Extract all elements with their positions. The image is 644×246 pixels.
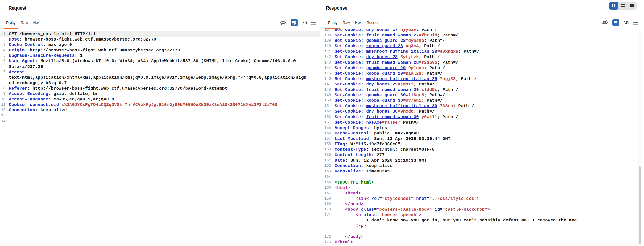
code-row: 158ETag: W/"115-19d7fc360e0"	[322, 141, 641, 147]
code-row	[322, 228, 641, 234]
response-tab-render[interactable]: Render	[364, 16, 381, 29]
code-text: ETag: W/"115-19d7fc360e0"	[332, 141, 400, 147]
response-editor[interactable]: 137Set-Cookie: dry_bones_27=hjydav; Path…	[322, 29, 641, 243]
line-number: 154	[322, 120, 332, 125]
code-text: Cache-Control: max-age=0	[7, 42, 72, 47]
code-row: 157Last-Modified: Sun, 12 Apr 2026 03:36…	[322, 136, 641, 141]
line-number: 142	[322, 54, 332, 60]
line-number	[322, 228, 332, 234]
code-text: Connection: keep-alive	[332, 163, 392, 169]
code-row: 169 </head>	[322, 201, 641, 207]
code-row: 172 </body>	[322, 234, 641, 240]
response-menu-button[interactable]	[633, 21, 638, 25]
line-number: 145	[322, 71, 332, 76]
code-text: Cache-Control: public, max-age=0	[332, 131, 419, 136]
request-hide-chars-button[interactable]	[280, 20, 287, 26]
request-tabbar: Pretty Raw Hex \n	[0, 16, 320, 29]
response-scrollbar-track[interactable]	[638, 29, 641, 243]
response-hide-chars-button[interactable]	[601, 20, 608, 26]
code-row: 7Accept:	[0, 69, 320, 75]
code-row: 14	[0, 118, 320, 124]
line-number: 163	[322, 169, 332, 174]
code-row: 167 <head>	[322, 191, 641, 196]
code-row: 10Accept-Language: en-US,en;q=0.9,ar;q=0…	[0, 97, 320, 102]
square-icon	[630, 4, 634, 7]
response-code-rows: 137Set-Cookie: dry_bones_27=hjydav; Path…	[322, 29, 641, 243]
response-newline-button[interactable]: \n	[624, 20, 629, 25]
response-tab-raw[interactable]: Raw	[340, 16, 353, 29]
code-text: Set-Cookie: goomba_guard_30=116gr8; Path…	[332, 92, 445, 98]
code-text: Accept-Ranges: bytes	[332, 125, 387, 131]
code-text: Set-Cookie: goomba_guard_28=dyesno; Path…	[332, 38, 445, 43]
hamburger-icon	[311, 21, 316, 25]
code-text: Set-Cookie: fruit_named_woman_30=y0will;…	[332, 114, 458, 120]
code-row: 11Cookie: connect.sid=s%3AGJYOsPgTO4aCQZ…	[0, 102, 320, 107]
line-number: 165	[322, 180, 332, 185]
line-number	[322, 218, 332, 223]
line-number: 144	[322, 65, 332, 71]
line-number: 14	[0, 118, 7, 124]
code-text: </html>	[332, 240, 353, 243]
response-scrollbar-thumb[interactable]	[639, 166, 641, 244]
code-text: Host: browser-boss-fight.web.ctf.umasscy…	[7, 37, 156, 42]
line-number: 171	[322, 212, 332, 218]
code-text: Last-Modified: Sun, 12 Apr 2026 03:36:44…	[332, 136, 450, 141]
code-text: Upgrade-Insecure-Requests: 1	[7, 53, 83, 58]
request-tab-pretty[interactable]: Pretty	[4, 16, 18, 29]
code-row: 142Set-Cookie: dry_bones_28=3ytjtzk; Pat…	[322, 54, 641, 60]
line-number: 152	[322, 109, 332, 114]
line-number: 7	[0, 69, 7, 75]
request-editor[interactable]: 1GET /bowsers_castle.html HTTP/1.12Host:…	[0, 29, 320, 243]
code-text: Set-Cookie: hasAxe=false; Path=/	[332, 120, 419, 125]
layout-rows-button[interactable]	[618, 2, 627, 10]
line-number: 167	[322, 191, 332, 196]
code-row: 146Set-Cookie: mushroom_huffing_italian_…	[322, 76, 641, 82]
code-text	[7, 118, 9, 124]
code-text: </head>	[332, 201, 363, 207]
code-row: 138Set-Cookie: fruit_named_woman_27=fbt3…	[322, 33, 641, 38]
request-tab-raw[interactable]: Raw	[18, 16, 31, 29]
code-text: Accept-Encoding: gzip, deflate, br	[7, 91, 98, 97]
code-text: Set-Cookie: dry_bones_28=3ytjtzk; Path=/	[332, 54, 440, 60]
code-row: 6User-Agent: Mozilla/5.0 (Windows NT 10.…	[0, 58, 320, 64]
line-number: 164	[322, 174, 332, 180]
line-number: 13	[0, 113, 7, 118]
code-row: 144Set-Cookie: goomba_guard_29=9plqvm; P…	[322, 65, 641, 71]
code-row: 165<!DOCTYPE html>	[322, 180, 641, 185]
code-text: Date: Sun, 12 Apr 2026 22:19:33 GMT	[332, 158, 427, 163]
request-menu-button[interactable]	[311, 21, 316, 25]
code-row: 3Cache-Control: max-age=0	[0, 42, 320, 47]
layout-single-button[interactable]	[627, 2, 637, 10]
response-tabbar: Pretty Raw Hex Render \n	[322, 16, 641, 29]
layout-columns-button[interactable]	[609, 2, 618, 10]
code-text: Accept:	[7, 69, 27, 75]
line-number: 172	[322, 234, 332, 240]
code-text: Set-Cookie: mushroom_huffing_italian_28=…	[332, 49, 479, 54]
response-tab-hex[interactable]: Hex	[353, 16, 364, 29]
request-newline-button[interactable]: \n	[302, 20, 307, 25]
panel-divider[interactable]	[321, 0, 321, 244]
line-number: 9	[0, 91, 7, 97]
line-number: 173	[322, 240, 332, 243]
response-tab-pretty[interactable]: Pretty	[325, 16, 340, 29]
code-row: 143Set-Cookie: fruit_named_woman_28=r2db…	[322, 60, 641, 65]
code-row: 164	[322, 174, 641, 180]
code-row: 156Cache-Control: public, max-age=0	[322, 131, 641, 136]
line-number: 6	[0, 58, 7, 64]
code-text: Set-Cookie: koopa_guard_29=pial2q; Path=…	[332, 71, 442, 76]
code-row: 173</html>	[322, 240, 641, 243]
code-text: Cookie: connect.sid=s%3AGJYOsPgTO4aCQZqO…	[7, 102, 277, 107]
code-text	[332, 228, 335, 234]
code-row: 141Set-Cookie: mushroom_huffing_italian_…	[322, 49, 641, 54]
line-number: 8	[0, 86, 7, 91]
code-row: 159Content-Type: text/html; charset=UTF-…	[322, 147, 641, 152]
line-number: 147	[322, 82, 332, 87]
request-tab-hex[interactable]: Hex	[31, 16, 42, 29]
code-row: 13	[0, 113, 320, 118]
response-wrap-button[interactable]	[612, 19, 619, 26]
code-row: 154Set-Cookie: hasAxe=false; Path=/	[322, 120, 641, 125]
code-row: 150Set-Cookie: koopa_guard_30=oy7eni; Pa…	[322, 98, 641, 103]
response-panel-title: Response	[326, 5, 347, 11]
code-row: 155Accept-Ranges: bytes	[322, 125, 641, 131]
request-wrap-button[interactable]	[291, 19, 298, 26]
